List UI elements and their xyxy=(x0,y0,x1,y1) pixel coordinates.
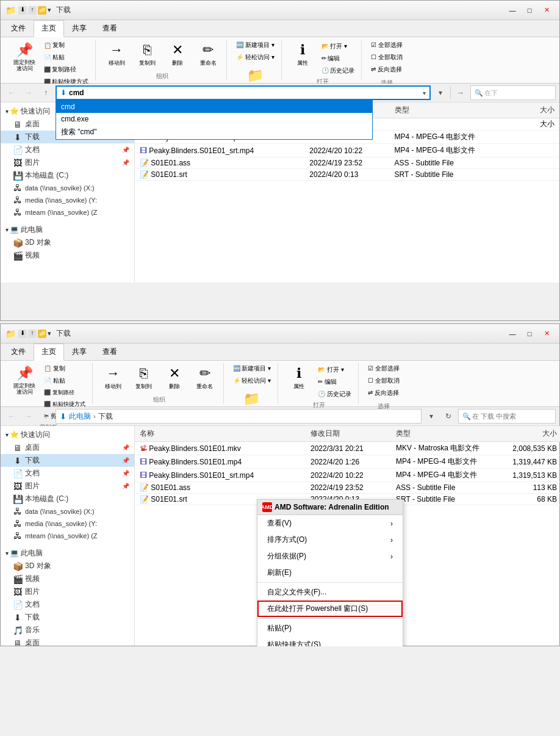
properties-btn-2[interactable]: ℹ 属性 xyxy=(284,363,314,392)
breadcrumb-chevron-2[interactable]: ▾ xyxy=(424,409,439,424)
file-row-mp4srt-1[interactable]: 🎞 Peaky.Blinders.S01E01_srt.mp4 2022/4/2… xyxy=(135,144,559,157)
col-type-hdr-2[interactable]: 类型 xyxy=(391,427,501,440)
easy-access-btn-2[interactable]: ⚡ 轻松访问 ▾ xyxy=(230,375,275,386)
forward-btn-2[interactable]: → xyxy=(21,409,36,424)
sidebar-video-1[interactable]: 🎬视频 xyxy=(1,249,134,262)
breadcrumb-thispc[interactable]: 此电脑 xyxy=(69,411,91,422)
minimize-btn-1[interactable]: — xyxy=(504,4,520,16)
select-all-btn-2[interactable]: ☑ 全部选择 xyxy=(365,363,403,374)
ctx-refresh[interactable]: 刷新(E) xyxy=(257,565,403,581)
autocomplete-item-cmd[interactable]: cmd xyxy=(56,101,372,113)
sidebar-disk-2[interactable]: 💾本地磁盘 (C:) xyxy=(1,492,134,505)
copy2-btn-2[interactable]: ⎘ 复制到 xyxy=(129,363,159,392)
breadcrumb-downloads[interactable]: 下载 xyxy=(98,411,113,422)
ctx-customize[interactable]: 自定义文件夹(F)... xyxy=(257,584,403,601)
refresh-btn-2[interactable]: ↻ xyxy=(441,409,456,424)
new-item-btn-2[interactable]: 🆕 新建项目 ▾ xyxy=(230,363,275,374)
sidebar-desktop2-2[interactable]: 🖥桌面 xyxy=(1,637,134,646)
file-row-mkv-2[interactable]: 📽 Peaky.Blinders.S01E01.mkv 2022/3/31 20… xyxy=(135,442,560,455)
delete-btn-2[interactable]: ✕ 删除 xyxy=(160,363,189,392)
move-btn-1[interactable]: → 移动到 xyxy=(102,40,131,69)
maximize-btn-1[interactable]: □ xyxy=(522,4,537,16)
tab-share-2[interactable]: 共享 xyxy=(64,344,95,360)
new-item-btn-1[interactable]: 🆕 新建项目 ▾ xyxy=(233,40,278,51)
tab-share-1[interactable]: 共享 xyxy=(64,20,95,37)
rename-btn-1[interactable]: ✏ 重命名 xyxy=(193,40,223,69)
easy-access-btn-1[interactable]: ⚡ 轻松访问 ▾ xyxy=(233,52,278,63)
maximize-btn-2[interactable]: □ xyxy=(522,328,537,340)
tab-view-1[interactable]: 查看 xyxy=(95,20,125,37)
address-input-1[interactable] xyxy=(69,88,423,97)
paste-btn-2[interactable]: 📄 粘贴 xyxy=(41,375,88,386)
file-row-srt-1[interactable]: 📝 S01E01.srt 2022/4/20 0:13 SRT - Subtit… xyxy=(135,169,559,181)
sidebar-nas-x-2[interactable]: 🖧data (\\nas_sovike) (X:) xyxy=(1,505,134,518)
rename-btn-2[interactable]: ✏ 重命名 xyxy=(190,363,220,392)
sidebar-docs2-2[interactable]: 📄文档 xyxy=(1,598,134,611)
col-type-header-1[interactable]: 类型 xyxy=(390,104,499,117)
thispc-header-2[interactable]: ▾ 💻 此电脑 xyxy=(1,547,134,560)
up-btn-1[interactable]: ↑ xyxy=(38,85,53,100)
ctx-group[interactable]: 分组依据(P)› xyxy=(257,548,403,565)
select-none-btn-1[interactable]: ☐ 全部取消 xyxy=(368,52,406,63)
sidebar-nas-y-1[interactable]: 🖧media (\\nas_sovike) (Y: xyxy=(1,194,134,206)
copy-path-btn-1[interactable]: ⬛复制路径 xyxy=(41,64,79,75)
pin-btn-1[interactable]: 📌 固定到快速访问 xyxy=(9,40,40,74)
tab-home-2[interactable]: 主页 xyxy=(34,344,64,361)
ctx-powershell[interactable]: 在此处打开 Powershell 窗口(S) xyxy=(257,601,403,617)
tab-file-2[interactable]: 文件 xyxy=(3,344,34,360)
sidebar-nas-z-2[interactable]: 🖧mteam (\\nas_sovike) (Z xyxy=(1,530,134,542)
paste-btn-1[interactable]: 📄粘贴 xyxy=(41,52,92,63)
history-btn-1[interactable]: 🕐 历史记录 xyxy=(318,65,358,76)
copy2-btn-1[interactable]: ⎘ 复制到 xyxy=(132,40,162,69)
sidebar-nas-x-1[interactable]: 🖧data (\\nas_sovike) (X:) xyxy=(1,182,134,194)
ctx-view[interactable]: 查看(V)› xyxy=(257,515,403,532)
sidebar-desktop-2[interactable]: 🖥桌面📌 xyxy=(1,441,134,454)
close-btn-2[interactable]: ✕ xyxy=(539,328,555,340)
col-size-header-1[interactable]: 大小 xyxy=(499,104,559,117)
col-name-hdr-2[interactable]: 名称 xyxy=(135,427,306,440)
paste-shortcut-btn-2[interactable]: ⬛ 粘贴快捷方式 xyxy=(41,399,88,409)
col-date-hdr-2[interactable]: 修改日期 xyxy=(306,427,391,440)
quick-access-header-2[interactable]: ▾ ⭐ 快速访问 xyxy=(1,428,134,441)
thispc-header-1[interactable]: ▾ 💻 此电脑 xyxy=(1,223,134,236)
address-chevron-1[interactable]: ▾ xyxy=(433,85,448,100)
open-btn-1[interactable]: 📂 打开 ▾ xyxy=(318,41,358,52)
file-row-mp4srt-2[interactable]: 🎞 Peaky.Blinders.S01E01_srt.mp4 2022/4/2… xyxy=(135,469,560,482)
sidebar-nas-y-2[interactable]: 🖧media (\\nas_sovike) (Y: xyxy=(1,518,134,530)
sidebar-docs-1[interactable]: 📄文档📌 xyxy=(1,143,134,156)
ctx-paste[interactable]: 粘贴(P) xyxy=(257,620,403,637)
autocomplete-item-cmdexe[interactable]: cmd.exe xyxy=(56,113,372,125)
tab-file-1[interactable]: 文件 xyxy=(3,20,34,37)
copy-btn-2[interactable]: 📋 复制 xyxy=(41,363,88,374)
up-btn-2[interactable]: ↑ xyxy=(38,409,53,424)
sidebar-pics-2[interactable]: 🖼图片📌 xyxy=(1,480,134,492)
history-btn-2[interactable]: 🕐 历史记录 xyxy=(315,389,354,400)
autocomplete-item-search[interactable]: 搜索 "cmd" xyxy=(56,125,372,139)
sidebar-disk-1[interactable]: 💾本地磁盘 (C:) xyxy=(1,169,134,182)
ctx-sort[interactable]: 排序方式(O)› xyxy=(257,532,403,548)
open-btn-2[interactable]: 📂 打开 ▾ xyxy=(315,364,354,375)
delete-btn-1[interactable]: ✕ 删除 xyxy=(163,40,192,69)
copy-btn-1[interactable]: 📋复制 xyxy=(41,40,92,51)
tab-view-2[interactable]: 查看 xyxy=(95,344,125,360)
properties-btn-1[interactable]: ℹ 属性 xyxy=(288,40,317,69)
select-none-btn-2[interactable]: ☐ 全部取消 xyxy=(365,375,403,386)
file-row-ass-1[interactable]: 📝 S01E01.ass 2022/4/19 23:52 ASS - Subti… xyxy=(135,157,559,169)
select-all-btn-1[interactable]: ☑ 全部选择 xyxy=(368,40,406,51)
search-input-2[interactable] xyxy=(472,413,551,420)
sidebar-downloads-2[interactable]: ⬇下载📌 xyxy=(1,454,134,467)
minimize-btn-2[interactable]: — xyxy=(504,328,520,340)
close-btn-1[interactable]: ✕ xyxy=(539,4,555,16)
pin-btn-2[interactable]: 📌 固定到快速访问 xyxy=(9,363,40,397)
file-row-ass-2[interactable]: 📝 S01E01.ass 2022/4/19 23:52 ASS - Subti… xyxy=(135,482,560,494)
sidebar-pics-1[interactable]: 🖼图片📌 xyxy=(1,156,134,169)
ctx-paste-shortcut[interactable]: 粘贴快捷方式(S) xyxy=(257,637,403,646)
copy-path-btn-2[interactable]: ⬛ 复制路径 xyxy=(41,388,88,398)
address-go-1[interactable]: → xyxy=(453,85,468,100)
col-size-hdr-2[interactable]: 大小 xyxy=(501,427,560,440)
tab-home-1[interactable]: 主页 xyxy=(34,20,64,37)
move-btn-2[interactable]: → 移动到 xyxy=(99,363,128,392)
back-btn-2[interactable]: ← xyxy=(4,409,19,424)
edit-btn-2[interactable]: ✏ 编辑 xyxy=(315,377,354,388)
sidebar-music-2[interactable]: 🎵音乐 xyxy=(1,624,134,637)
